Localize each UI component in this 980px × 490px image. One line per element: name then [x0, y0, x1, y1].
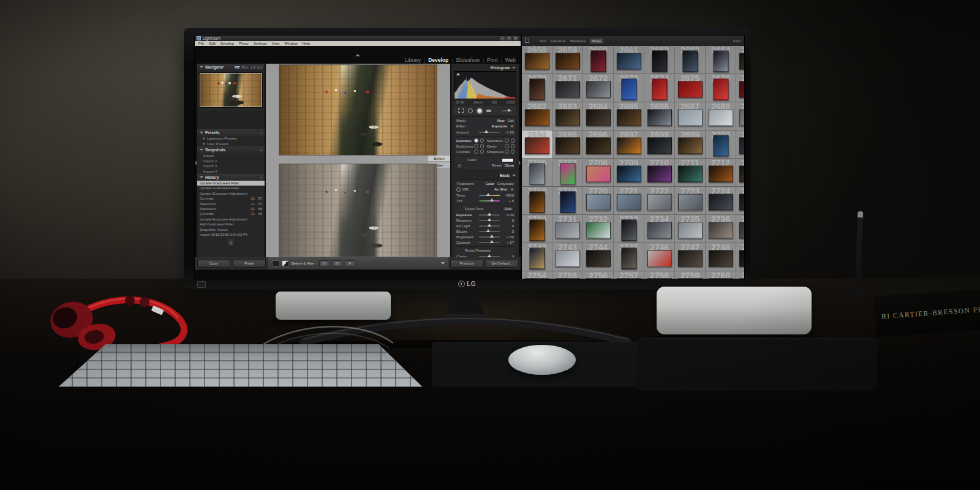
grid-cell-2698[interactable]: 2698 [644, 130, 675, 159]
treatment-grayscale-option[interactable]: Grayscale [497, 181, 514, 187]
wb-dropdown[interactable]: As Shot [494, 187, 507, 192]
minus-circle-icon[interactable] [474, 138, 478, 143]
slider-brightness[interactable]: Brightness+ 56 [456, 234, 514, 239]
window-button-0[interactable]: ─ [499, 36, 505, 41]
grid-cell-2733[interactable]: 2733 [614, 215, 644, 243]
zoom-mode-1[interactable]: FILL [241, 66, 249, 69]
collapse-top-arrow-icon[interactable] [355, 54, 360, 56]
grid-cell-2685[interactable]: 2685 [614, 102, 644, 130]
grid-cell-2756[interactable]: 2756 [583, 271, 614, 279]
grid-cell-2696[interactable]: 2696 [583, 130, 614, 159]
grid-cell-2724[interactable]: 2724 [706, 187, 736, 215]
grid-cell-2662[interactable]: 2662 [644, 46, 675, 74]
history-item-3[interactable]: Contrast-1157 [197, 196, 265, 201]
plus-circle-icon[interactable] [480, 138, 484, 143]
menu-item-view[interactable]: View [271, 42, 279, 45]
slider-recovery[interactable]: Recovery0 [456, 217, 514, 223]
grid-cell-2721[interactable]: 2721 [614, 187, 644, 215]
grid-cell-2712[interactable]: 2712 [706, 159, 736, 187]
zoom-mode-3[interactable]: 3:1 [257, 66, 262, 69]
slider-fill-light[interactable]: Fill Light0 [456, 223, 514, 228]
effect-dropdown[interactable]: Exposure [492, 124, 507, 129]
slider-contrast[interactable]: Contrast+ 57 [456, 239, 514, 245]
mask-edit-button[interactable]: Edit [508, 118, 514, 124]
swap-settings-button[interactable]: ⇄ [345, 260, 355, 266]
grid-cell-2730[interactable]: 2730 [522, 215, 552, 243]
grid-cell-2708[interactable]: 2708 [583, 159, 614, 187]
history-header[interactable]: History × [197, 174, 265, 181]
menu-item-help[interactable]: Help [303, 42, 310, 45]
preset-item-0[interactable]: Lightroom Presets [197, 136, 265, 141]
grid-cell-2660[interactable]: 2660 [583, 46, 614, 74]
snapshots-header[interactable]: Snapshots + [197, 146, 265, 153]
grid-cell-2745[interactable]: 2745 [614, 243, 644, 271]
navigator-preview[interactable] [200, 73, 262, 107]
grid-cell-2674[interactable]: 2674 [644, 74, 675, 102]
toolbar-options-icon[interactable] [441, 262, 445, 265]
grid-cell-2688[interactable]: 2688 [706, 102, 736, 130]
grid-cell-2664[interactable]: 2664 [706, 46, 736, 74]
plus-circle-icon[interactable] [480, 149, 484, 154]
grad-toggle-saturation[interactable]: Saturation [486, 138, 514, 143]
zoom-mode-2[interactable]: 1:1 [251, 66, 255, 69]
browser-close-icon[interactable] [533, 39, 536, 42]
spot-removal-tool-icon[interactable] [468, 108, 473, 113]
grad-toggle-exposure[interactable]: Exposure [456, 138, 484, 143]
history-item-6[interactable]: Contrast-1146 [197, 211, 265, 216]
menu-item-develop[interactable]: Develop [221, 42, 234, 45]
menu-item-file[interactable]: File [198, 42, 205, 45]
set-default-button[interactable]: Set Default... [486, 260, 519, 268]
snapshot-item-2[interactable]: Import 3 [197, 164, 265, 169]
add-snapshot-button[interactable]: + [260, 148, 262, 152]
add-preset-button[interactable]: + [260, 131, 262, 135]
slider-knob[interactable] [486, 229, 490, 232]
grid-cell-2754[interactable]: 2754 [522, 271, 552, 279]
grid-cell-2759[interactable]: 2759 [675, 271, 706, 279]
menu-item-photo[interactable]: Photo [239, 42, 249, 45]
grid-cell-2746[interactable]: 2746 [644, 243, 675, 271]
grid-cell-2701[interactable]: 2701 [736, 130, 744, 159]
loupe-view-icon[interactable] [272, 260, 279, 266]
grid-cell-2722[interactable]: 2722 [644, 187, 675, 215]
grid-cell-2694[interactable]: 2694 [522, 130, 552, 159]
panel-switch[interactable]: ▪ [456, 163, 462, 168]
grid-cell-2700[interactable]: 2700 [706, 130, 736, 159]
grid-cell-2682[interactable]: 2682 [522, 102, 552, 130]
grid-cell-2677[interactable]: 2677 [736, 74, 744, 102]
grid-cell-2755[interactable]: 2755 [552, 271, 583, 279]
slider-track[interactable] [479, 220, 500, 221]
slider-temp[interactable]: Temp4650 [456, 192, 514, 198]
browser-filter-label[interactable]: Filter [733, 39, 741, 43]
history-item-4[interactable]: Saturation-1157 [197, 202, 265, 206]
history-item-8[interactable]: Add Graduated Filter [197, 222, 265, 227]
copy-before-settings-button[interactable]: ▯▯ [319, 260, 330, 266]
slider-knob[interactable] [488, 224, 491, 227]
treatment-color-option[interactable]: Color [486, 181, 494, 187]
after-image[interactable] [279, 164, 437, 257]
history-item-2[interactable]: Update Exposure Adjustment [197, 191, 265, 196]
slider-track[interactable] [479, 200, 500, 202]
plus-circle-icon[interactable] [511, 149, 515, 154]
grid-cell-2719[interactable]: 2719 [552, 187, 583, 215]
slider-knob[interactable] [490, 240, 494, 243]
slider-track[interactable] [479, 242, 500, 243]
reset-button[interactable]: Reset [492, 163, 502, 168]
snapshot-item-1[interactable]: Import 2 [197, 159, 265, 164]
mask-new-button[interactable]: New [497, 118, 505, 124]
slider-tint[interactable]: Tint+ 5 [456, 198, 514, 203]
grid-cell-2737[interactable]: 2737 [736, 215, 744, 243]
grid-cell-2731[interactable]: 2731 [552, 215, 583, 243]
shadow-clipping-icon[interactable] [456, 73, 460, 75]
module-print[interactable]: Print [487, 57, 497, 63]
slider-knob[interactable] [488, 213, 491, 216]
auto-tone-button[interactable]: Auto [502, 206, 514, 212]
grid-cell-2683[interactable]: 2683 [552, 102, 583, 130]
plus-circle-icon[interactable] [511, 138, 515, 143]
color-swatch[interactable] [502, 158, 514, 162]
grid-cell-2687[interactable]: 2687 [675, 102, 706, 130]
grid-cell-2736[interactable]: 2736 [706, 215, 736, 243]
grid-cell-2742[interactable]: 2742 [522, 243, 552, 271]
grid-cell-2686[interactable]: 2686 [644, 102, 675, 130]
grid-cell-2725[interactable]: 2725 [736, 187, 744, 215]
grid-cell-2709[interactable]: 2709 [614, 159, 644, 187]
